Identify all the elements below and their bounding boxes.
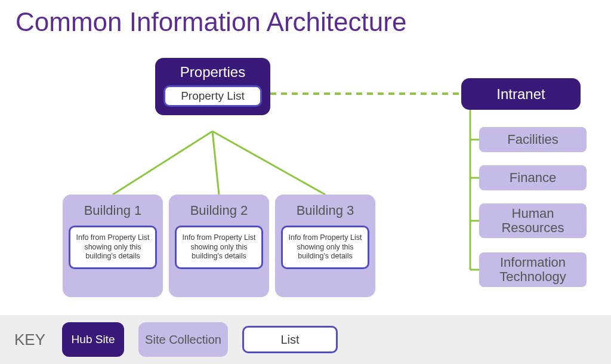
- intranet-item-it: Information Technology: [479, 252, 587, 287]
- hub-intranet: Intranet: [461, 78, 581, 110]
- intranet-item-hr: Human Resources: [479, 203, 587, 238]
- legend-label: KEY: [14, 331, 45, 349]
- site-info-chip: Info from Property List showing only thi…: [175, 226, 263, 269]
- site-building-2: Building 2 Info from Property List showi…: [169, 195, 269, 297]
- property-list-chip: Property List: [163, 85, 262, 107]
- svg-line-1: [113, 131, 212, 195]
- svg-line-2: [212, 131, 219, 195]
- intranet-item-facilities: Facilities: [479, 127, 587, 152]
- site-info-chip: Info from Property List showing only thi…: [69, 226, 157, 269]
- site-name: Building 2: [175, 203, 263, 218]
- site-info-chip: Info from Property List showing only thi…: [281, 226, 369, 269]
- page-title: Common Information Architecture: [16, 7, 406, 37]
- site-building-3: Building 3 Info from Property List showi…: [275, 195, 375, 297]
- legend-list: List: [242, 326, 338, 353]
- site-name: Building 1: [69, 203, 157, 218]
- hub-intranet-label: Intranet: [496, 86, 545, 103]
- intranet-item-finance: Finance: [479, 165, 587, 190]
- legend-hub-site: Hub Site: [62, 322, 124, 357]
- hub-properties: Properties Property List: [155, 58, 270, 115]
- site-building-1: Building 1 Info from Property List showi…: [63, 195, 163, 297]
- legend-bar: KEY Hub Site Site Collection List: [0, 315, 611, 364]
- hub-properties-label: Properties: [163, 64, 262, 81]
- site-name: Building 3: [281, 203, 369, 218]
- legend-site-collection: Site Collection: [138, 322, 228, 357]
- svg-line-3: [212, 131, 325, 195]
